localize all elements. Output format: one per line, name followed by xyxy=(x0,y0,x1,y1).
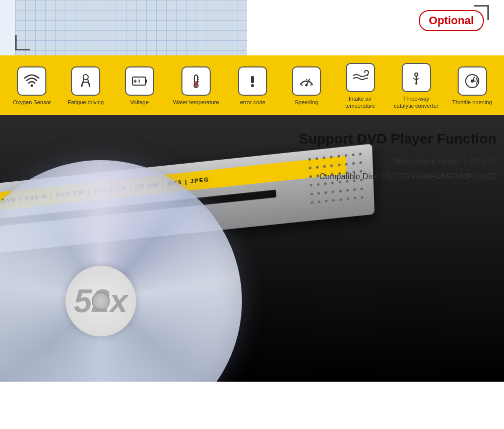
grid-background xyxy=(15,0,247,55)
optional-badge: Optional xyxy=(419,10,484,31)
water-temp-icon-box xyxy=(181,66,211,96)
dvd-spec2: Compatible Disc: DVD/DIVX/MP4/MP3/MP2/VC… xyxy=(244,169,496,184)
speeding-label: Speeding xyxy=(295,99,319,106)
dvd-title: Support DVD Player Function xyxy=(244,130,496,148)
svg-point-31 xyxy=(471,80,474,83)
voltage-label: Voltage xyxy=(130,99,149,106)
error-code-label: error code xyxy=(240,99,265,106)
icon-item-error-code: error code xyxy=(232,66,273,106)
svg-point-14 xyxy=(195,85,197,87)
svg-point-0 xyxy=(31,85,33,87)
speedometer-icon xyxy=(297,72,316,90)
dvd-spec1: Vidio output range: 1.0V-12V xyxy=(244,154,496,169)
corner-bracket-bl xyxy=(15,35,30,50)
svg-point-1 xyxy=(83,75,88,80)
battery-icon xyxy=(131,72,149,90)
thermometer-icon xyxy=(187,72,205,90)
svg-point-19 xyxy=(251,84,254,87)
error-code-icon-box xyxy=(238,66,267,96)
water-temp-label: Water temperature xyxy=(173,99,219,106)
voltage-icon-box xyxy=(125,66,154,96)
svg-point-25 xyxy=(415,73,418,76)
svg-point-21 xyxy=(305,84,307,87)
exclamation-icon xyxy=(243,72,262,90)
throttle-icon xyxy=(463,72,481,90)
wifi-icon xyxy=(23,72,41,90)
svg-point-27 xyxy=(415,83,417,85)
throttle-icon-box xyxy=(458,66,487,96)
sep8: | xyxy=(184,178,187,185)
dvd-text-overlay: Support DVD Player Function Vidio output… xyxy=(244,130,496,185)
catalytic-label: Three-waycatalytic converter xyxy=(394,95,438,110)
disc-hub xyxy=(92,292,110,310)
dvd-section: AVR| DVD| DVD-R| DVD-RW| VCD| CD| CD-RW|… xyxy=(0,115,504,382)
person-icon xyxy=(77,72,95,90)
icon-item-oxygen-sensor: Oxygen Sensor xyxy=(12,66,52,106)
airflow-icon xyxy=(351,68,369,87)
disc-center-area: 52x xyxy=(66,266,136,336)
optional-label: Optional xyxy=(429,14,474,27)
intake-air-label: Intake airtemperature xyxy=(345,95,375,110)
fatigue-driving-label: Fatigue driving xyxy=(68,99,104,106)
oxygen-sensor-label: Oxygen Sensor xyxy=(13,99,51,106)
throttle-label: Throttle opening xyxy=(452,99,492,106)
icon-item-fatigue-driving: Fatigue driving xyxy=(66,66,106,106)
icon-item-water-temp: Water temperature xyxy=(173,66,219,106)
label-jpeg: JPEG xyxy=(190,176,210,184)
svg-rect-7 xyxy=(146,80,147,83)
icon-bar: Oxygen Sensor Fatigue driving xyxy=(0,55,504,115)
intake-air-icon-box xyxy=(346,63,375,92)
icon-item-throttle: Throttle opening xyxy=(452,66,492,106)
sensor-icon xyxy=(407,68,425,87)
catalytic-icon-box xyxy=(402,63,431,92)
oxygen-sensor-icon-box xyxy=(17,66,46,96)
icon-item-catalytic: Three-waycatalytic converter xyxy=(394,63,438,110)
dvd-specs: Vidio output range: 1.0V-12V Compatible … xyxy=(244,154,496,185)
icon-item-voltage: Voltage xyxy=(119,66,160,106)
fatigue-driving-icon-box xyxy=(71,66,100,96)
svg-rect-18 xyxy=(251,76,254,83)
speeding-icon-box xyxy=(292,66,321,96)
icon-item-intake-air: Intake airtemperature xyxy=(340,63,381,110)
top-section: Optional xyxy=(0,0,504,55)
icon-item-speeding: Speeding xyxy=(286,66,327,106)
